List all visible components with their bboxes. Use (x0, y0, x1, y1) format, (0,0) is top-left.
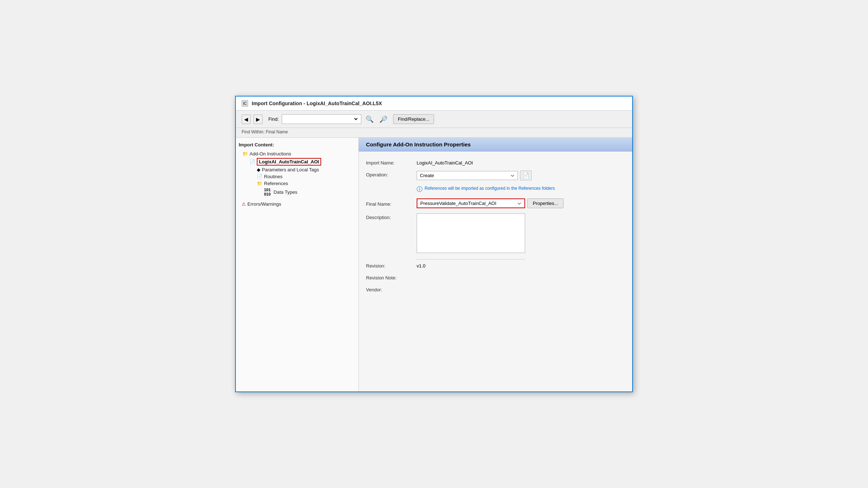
errors-label: Errors/Warnings (247, 201, 281, 207)
nav-next-button[interactable]: ▶ (254, 115, 263, 124)
config-header: Configure Add-On Instruction Properties (359, 138, 632, 151)
folder-icon: 📁 (242, 151, 248, 157)
routines-icon: 📄 (257, 174, 263, 179)
references-label: References (264, 181, 288, 186)
window-icon: IC (242, 100, 248, 107)
find-within: Find Within: Final Name (236, 128, 632, 138)
import-content-label: Import Content: (239, 142, 356, 147)
operation-select-wrapper: Create Use Existing Rename 📄 (417, 171, 532, 180)
info-box: ⓘ References will be imported as configu… (417, 185, 625, 193)
window-title: Import Configuration - LogixAI_AutoTrain… (252, 100, 382, 106)
revision-note-label: Revision Note: (366, 274, 417, 281)
data-types-icon: 101010 (264, 188, 271, 196)
routines-label: Routines (264, 174, 282, 179)
description-wrapper (417, 213, 525, 254)
aoi-icon: 📄 (250, 159, 255, 164)
vendor-label: Vendor: (366, 286, 417, 292)
revision-note-row: Revision Note: (366, 274, 625, 281)
description-row: Description: (366, 213, 625, 254)
divider (417, 259, 525, 260)
info-text: References will be imported as configure… (425, 185, 555, 192)
import-name-label: Import Name: (366, 159, 417, 166)
revision-row: Revision: v1.0 (366, 262, 625, 269)
main-content: Import Content: 📁 Add-On Instructions 📄 … (236, 138, 632, 391)
operation-row: Operation: Create Use Existing Rename 📄 (366, 171, 625, 180)
operation-label: Operation: (366, 171, 417, 177)
tree-item-references[interactable]: 📁 References (239, 180, 356, 187)
errors-icon: ⚠ (242, 201, 246, 207)
toolbar: ◀ ▶ Find: 🔍 🔎 Find/Replace... (236, 111, 632, 128)
final-name-select-wrapper: PressureValidate_AutoTrainCal_AOI LogixA… (417, 198, 563, 208)
tree-item-errors[interactable]: ⚠ Errors/Warnings (239, 200, 356, 208)
doc-icon[interactable]: 📄 (520, 171, 532, 180)
params-label: Parameters and Local Tags (262, 167, 319, 172)
find-select[interactable] (284, 116, 359, 122)
operation-select[interactable]: Create Use Existing Rename (417, 171, 518, 180)
find-replace-button[interactable]: Find/Replace... (393, 114, 434, 124)
nav-prev-button[interactable]: ◀ (242, 115, 251, 124)
final-name-row: Final Name: PressureValidate_AutoTrainCa… (366, 198, 625, 208)
tree-item-routines[interactable]: 📄 Routines (239, 173, 356, 180)
left-panel: Import Content: 📁 Add-On Instructions 📄 … (236, 138, 359, 391)
final-name-label: Final Name: (366, 200, 417, 207)
properties-button[interactable]: Properties... (527, 198, 563, 208)
final-name-select[interactable]: PressureValidate_AutoTrainCal_AOI LogixA… (417, 198, 525, 208)
description-label: Description: (366, 213, 417, 220)
info-icon: ⓘ (417, 186, 422, 193)
vendor-row: Vendor: (366, 286, 625, 292)
tree: 📁 Add-On Instructions 📄 LogixAI_AutoTrai… (239, 150, 356, 208)
binoculars-icon-2[interactable]: 🔎 (378, 115, 389, 124)
addon-instructions-label: Add-On Instructions (250, 151, 291, 157)
revision-label: Revision: (366, 262, 417, 269)
binoculars-icon-1[interactable]: 🔍 (364, 115, 375, 124)
tree-item-addon-instructions[interactable]: 📁 Add-On Instructions (239, 150, 356, 157)
config-body: Import Name: LogixAI_AutoTrainCal_AOI Op… (359, 151, 632, 305)
description-textarea[interactable] (417, 213, 525, 253)
revision-value: v1.0 (417, 262, 426, 269)
tree-item-aoi[interactable]: 📄 LogixAI_AutoTrainCal_AOI (239, 157, 356, 166)
find-label: Find: (268, 116, 279, 122)
params-icon: ◆ (257, 167, 260, 172)
aoi-name-label: LogixAI_AutoTrainCal_AOI (257, 158, 321, 166)
import-name-row: Import Name: LogixAI_AutoTrainCal_AOI (366, 159, 625, 166)
data-types-label: Data Types (273, 189, 297, 195)
title-bar: IC Import Configuration - LogixAI_AutoTr… (236, 97, 632, 111)
main-window: IC Import Configuration - LogixAI_AutoTr… (235, 96, 633, 392)
tree-item-params[interactable]: ◆ Parameters and Local Tags (239, 166, 356, 173)
tree-item-data-types[interactable]: 101010 Data Types (239, 187, 356, 197)
references-icon: 📁 (257, 181, 263, 186)
right-panel: Configure Add-On Instruction Properties … (359, 138, 632, 391)
import-name-value: LogixAI_AutoTrainCal_AOI (417, 159, 473, 166)
find-dropdown[interactable] (282, 114, 361, 124)
